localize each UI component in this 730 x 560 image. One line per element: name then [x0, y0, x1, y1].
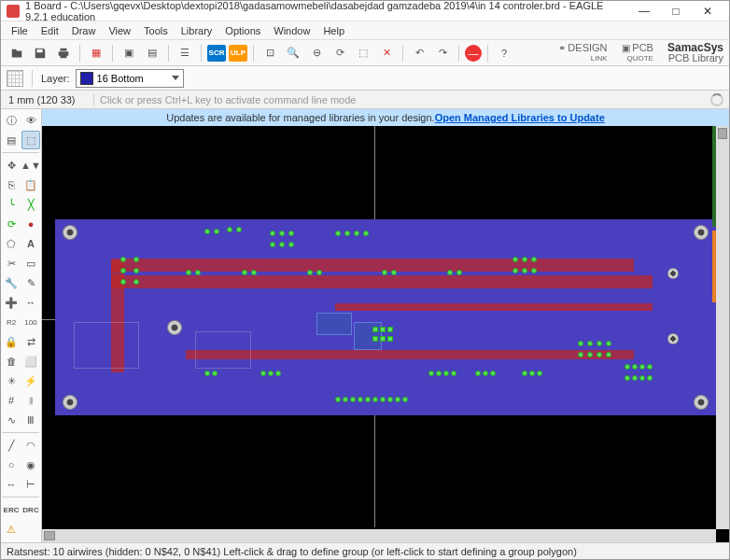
maximize-button[interactable]: □: [660, 2, 692, 21]
group-tool-icon[interactable]: ⬚: [21, 131, 40, 149]
errors-tool-icon[interactable]: ⚠: [2, 520, 21, 539]
layer-bar: Layer: 16 Bottom: [1, 66, 729, 91]
info-bar: Updates are available for managed librar…: [42, 109, 729, 126]
layer-label: Layer:: [41, 73, 70, 84]
menu-tools[interactable]: Tools: [137, 23, 175, 38]
separator: [201, 45, 202, 62]
zoom-fit-icon[interactable]: ⊡: [260, 43, 280, 63]
dimension-tool-icon[interactable]: ↔: [2, 475, 21, 494]
undo-icon[interactable]: ↶: [409, 43, 429, 63]
zoom-out-icon[interactable]: ⊖: [306, 43, 327, 63]
autoroute-tool-icon[interactable]: #: [2, 391, 21, 410]
work-area: ⓘ 👁 ▤ ⬚ ✥ ▲▼ ⎘ 📋 ╰ ╳ ⟳ ● ⬠ A ✂ ▭ 🔧 ✎ ➕ ↔…: [1, 109, 729, 542]
polygon-tool-icon[interactable]: ⬠: [2, 234, 21, 253]
save-icon[interactable]: [30, 43, 50, 63]
layer-select[interactable]: 16 Bottom: [76, 69, 184, 88]
via-tool-icon[interactable]: ●: [21, 215, 40, 233]
cancel-icon[interactable]: ✕: [376, 43, 397, 63]
ripup-tool-icon[interactable]: ╳: [21, 195, 40, 214]
chevron-down-icon: [172, 76, 179, 80]
delete-tool-icon[interactable]: 🗑: [2, 352, 21, 371]
text-tool-icon[interactable]: A: [21, 234, 40, 253]
pcb-quote[interactable]: ▣ PCBQUOTE: [622, 43, 653, 63]
signal-tool-icon[interactable]: ⚡: [21, 371, 40, 390]
design-link[interactable]: ⚭ DESIGNLINK: [558, 43, 608, 63]
stop-icon[interactable]: —: [465, 45, 482, 62]
update-libraries-link[interactable]: Open Managed Libraries to Update: [435, 112, 605, 123]
paste-tool-icon[interactable]: 📋: [21, 175, 40, 194]
meander-tool-icon[interactable]: ∿: [2, 411, 21, 429]
minimize-button[interactable]: —: [628, 2, 660, 21]
sheet-icon[interactable]: ▤: [142, 43, 162, 63]
ratsnest-tool-icon[interactable]: ✳: [2, 371, 21, 390]
menu-edit[interactable]: Edit: [35, 23, 65, 38]
erc-button[interactable]: ERC: [2, 500, 21, 519]
help-icon[interactable]: ?: [494, 43, 514, 63]
redo-icon[interactable]: ↷: [432, 43, 453, 63]
add-tool-icon[interactable]: ➕: [2, 293, 21, 312]
rotate-tool-icon[interactable]: ⟳: [2, 215, 21, 233]
open-icon[interactable]: [7, 43, 27, 63]
grid-icon[interactable]: [7, 70, 23, 87]
window-controls: — □ ✕: [628, 2, 723, 21]
lock-tool-icon[interactable]: 🔒: [2, 332, 21, 351]
name-tool-icon[interactable]: ✎: [21, 273, 40, 292]
menu-library[interactable]: Library: [175, 23, 219, 38]
route-tool-icon[interactable]: ╰: [2, 195, 21, 214]
mark-tool-icon[interactable]: ⊢: [21, 475, 40, 494]
print-icon[interactable]: [53, 43, 74, 63]
hole-tool-icon[interactable]: ◉: [21, 455, 40, 474]
menu-file[interactable]: File: [5, 23, 35, 38]
menu-options[interactable]: Options: [218, 23, 267, 38]
value-tool-icon[interactable]: R2: [2, 313, 21, 331]
optimize-tool-icon[interactable]: ⬜: [21, 352, 40, 371]
close-button[interactable]: ✕: [692, 2, 723, 21]
board-canvas[interactable]: Updates are available for managed librar…: [42, 109, 729, 542]
info-tool-icon[interactable]: ⓘ: [2, 111, 21, 130]
menu-bar: File Edit Draw View Tools Library Option…: [1, 21, 729, 40]
menu-draw[interactable]: Draw: [65, 23, 103, 38]
mirror-tool-icon[interactable]: ▲▼: [21, 156, 40, 175]
tool-palette: ⓘ 👁 ▤ ⬚ ✥ ▲▼ ⎘ 📋 ╰ ╳ ⟳ ● ⬠ A ✂ ▭ 🔧 ✎ ➕ ↔…: [1, 109, 42, 542]
zoom-select-icon[interactable]: ⬚: [353, 43, 373, 63]
menu-window[interactable]: Window: [267, 23, 316, 38]
replace-tool-icon[interactable]: ↔: [21, 293, 40, 312]
split-tool-icon[interactable]: ✂: [2, 254, 21, 273]
scr-button[interactable]: SCR: [207, 45, 226, 62]
command-input[interactable]: Click or press Ctrl+L key to activate co…: [94, 94, 710, 105]
mounting-hole: [63, 225, 77, 240]
circle-tool-icon[interactable]: ○: [2, 455, 21, 474]
copy-tool-icon[interactable]: ⎘: [2, 175, 21, 194]
layers-tool-icon[interactable]: ▤: [2, 131, 21, 149]
rect-tool-icon[interactable]: ▭: [21, 254, 40, 273]
zoom-redraw-icon[interactable]: ⟳: [330, 43, 350, 63]
show-tool-icon[interactable]: 👁: [21, 111, 40, 130]
menu-help[interactable]: Help: [316, 23, 351, 38]
pinswap-tool-icon[interactable]: ⇄: [21, 332, 40, 351]
ulp-button[interactable]: ULP: [229, 45, 247, 62]
move-tool-icon[interactable]: ✥: [2, 156, 21, 175]
zoom-in-icon[interactable]: 🔍: [283, 43, 303, 63]
drc-button[interactable]: DRC: [21, 500, 40, 519]
info-message: Updates are available for managed librar…: [166, 112, 434, 123]
separator: [79, 45, 80, 62]
vscrollbar[interactable]: [716, 126, 729, 529]
coordinate-display: 1 mm (120 33): [1, 94, 94, 105]
change-tool-icon[interactable]: 🔧: [2, 273, 21, 292]
window-title: 1 Board - C:\Users\gqevx\Desktop\dextopi…: [25, 0, 628, 22]
arc-tool-icon[interactable]: ◠: [21, 436, 40, 455]
title-bar: 1 Board - C:\Users\gqevx\Desktop\dextopi…: [1, 1, 729, 21]
status-text: Ratsnest: 10 airwires (hidden: 0 N$42, 0…: [7, 546, 577, 557]
slice-tool-icon[interactable]: Ⅲ: [21, 411, 40, 429]
menu-view[interactable]: View: [102, 23, 137, 38]
library-icon[interactable]: ☰: [175, 43, 195, 63]
hscrollbar[interactable]: [42, 529, 716, 542]
board-icon[interactable]: ▣: [119, 43, 139, 63]
cam-icon[interactable]: ▦: [86, 43, 106, 63]
trace: [186, 350, 634, 359]
fanout-tool-icon[interactable]: ⫴: [21, 391, 40, 410]
line-tool-icon[interactable]: ╱: [2, 436, 21, 455]
smash-tool-icon[interactable]: 100: [21, 313, 40, 331]
samacsys-brand[interactable]: SamacSysPCB Library: [667, 42, 723, 63]
mounting-hole: [667, 333, 679, 344]
